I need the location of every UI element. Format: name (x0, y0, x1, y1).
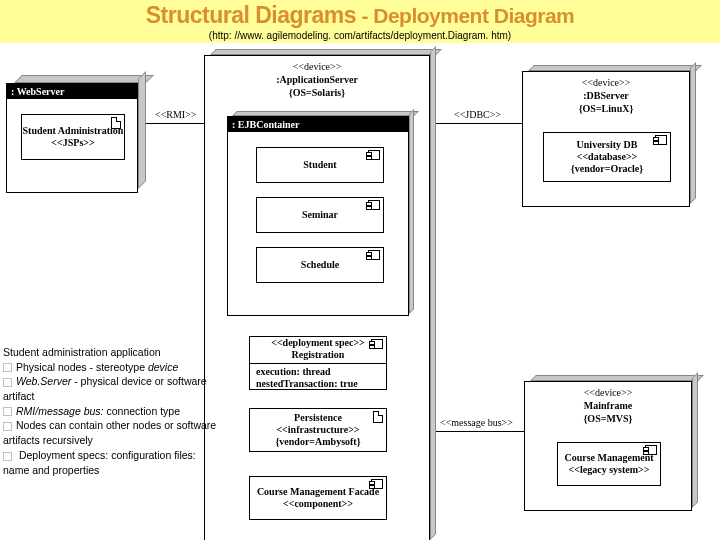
note-bullet-2: Web.Server - physical device or software… (3, 374, 223, 403)
artifact-university-db: University DB <<database>> {vendor=Oracl… (543, 132, 671, 182)
component-icon (368, 250, 380, 260)
dbserver-name: :DBServer (523, 89, 689, 102)
bullet-icon (3, 422, 12, 431)
ejbcontainer-header: : EJBContainer (228, 117, 408, 132)
component-icon (645, 445, 657, 455)
component-icon (655, 135, 667, 145)
b4: Nodes can contain other nodes or softwar… (3, 419, 216, 446)
title-sep: - (356, 4, 373, 27)
dbserver-stereo: <<device>> (523, 76, 689, 89)
component-icon (368, 150, 380, 160)
component-icon (371, 479, 383, 489)
appserver-name: :ApplicationServer (205, 73, 429, 86)
course-stereo: <<legacy system>> (569, 464, 650, 476)
facade-name: Course Management Facade (257, 486, 379, 498)
dbserver-header: <<device>> :DBServer {OS=LinuX} (523, 76, 689, 115)
connector-rmi (146, 123, 204, 124)
diagram-canvas: : WebServer Student Administration <<JSP… (0, 43, 720, 540)
mainframe-tag: {OS=MVS} (525, 412, 691, 425)
component-icon (368, 200, 380, 210)
connector-msgbus-label: <<message bus>> (440, 417, 513, 428)
artifact-student-label: Student (303, 159, 336, 171)
facade-stereo: <<component>> (283, 498, 353, 510)
note-bullet-4: Nodes can contain other nodes or softwar… (3, 418, 223, 447)
connector-jdbc-label: <<JDBC>> (454, 109, 501, 120)
db-stereo: <<database>> (577, 151, 638, 163)
notes-block: Student administration application Physi… (3, 345, 223, 477)
artifact-course-mgmt: Course Management <<legacy system>> (557, 442, 661, 486)
b2a: Web.Server (16, 375, 71, 387)
depspec-name: Registration (250, 349, 386, 361)
b1b: device (148, 361, 178, 373)
mainframe-name: Mainframe (525, 399, 691, 412)
artifact-seminar-label: Seminar (302, 209, 338, 221)
b3a: RMI/message bus: (16, 405, 104, 417)
artifact-student-admin-label: Student Administration <<JSPs>> (22, 125, 124, 149)
deployment-spec-registration: <<deployment spec>> Registration executi… (249, 336, 387, 390)
mainframe-header: <<device>> Mainframe {OS=MVS} (525, 386, 691, 425)
appserver-stereo: <<device>> (205, 60, 429, 73)
b1a: Physical nodes - stereotype (16, 361, 148, 373)
artifact-schedule-label: Schedule (301, 259, 339, 271)
persistence-tag: {vendor=Ambysoft} (275, 436, 360, 448)
depspec-stereo: <<deployment spec>> (250, 337, 386, 349)
b3b: connection type (104, 405, 180, 417)
artifact-seminar: Seminar (256, 197, 384, 233)
webserver-header: : WebServer (7, 84, 137, 99)
note-bullet-1: Physical nodes - stereotype device (3, 360, 223, 375)
bullet-icon (3, 363, 12, 372)
depspec-p1: execution: thread (256, 366, 380, 378)
component-icon (371, 339, 383, 349)
bullet-icon (3, 452, 12, 461)
artifact-student-admin: Student Administration <<JSPs>> (21, 114, 125, 160)
bullet-icon (3, 378, 12, 387)
note-bullet-3: RMI/message bus: connection type (3, 404, 223, 419)
artifact-persistence: Persistence <<infrastructure>> {vendor=A… (249, 408, 387, 452)
artifact-schedule: Schedule (256, 247, 384, 283)
page-title: Structural Diagrams - Deployment Diagram (0, 2, 720, 29)
mainframe-stereo: <<device>> (525, 386, 691, 399)
title-sub: Deployment Diagram (373, 4, 574, 27)
appserver-tag: {OS=Solaris} (205, 86, 429, 99)
connector-rmi-label: <<RMI>> (155, 109, 196, 120)
notes-heading: Student administration application (3, 345, 223, 360)
db-tag: {vendor=Oracle} (571, 163, 643, 175)
title-bar: Structural Diagrams - Deployment Diagram… (0, 0, 720, 43)
persistence-name: Persistence (294, 412, 342, 423)
title-main: Structural Diagrams (146, 2, 356, 28)
course-name: Course Management (564, 452, 653, 464)
document-icon (373, 411, 383, 423)
document-icon (111, 117, 121, 129)
subtitle-url: (http: //www. agilemodeling. com/artifac… (0, 30, 720, 41)
depspec-p2: nestedTransaction: true (256, 378, 380, 390)
b5: Deployment specs: configuration files: n… (3, 449, 196, 476)
note-bullet-5: Deployment specs: configuration files: n… (3, 448, 223, 477)
db-name: University DB (577, 139, 638, 151)
dbserver-tag: {OS=LinuX} (523, 102, 689, 115)
connector-msgbus (436, 431, 524, 432)
artifact-course-facade: Course Management Facade <<component>> (249, 476, 387, 520)
appserver-header: <<device>> :ApplicationServer {OS=Solari… (205, 60, 429, 99)
bullet-icon (3, 407, 12, 416)
connector-jdbc (436, 123, 522, 124)
persistence-stereo: <<infrastructure>> (276, 424, 359, 436)
artifact-student: Student (256, 147, 384, 183)
